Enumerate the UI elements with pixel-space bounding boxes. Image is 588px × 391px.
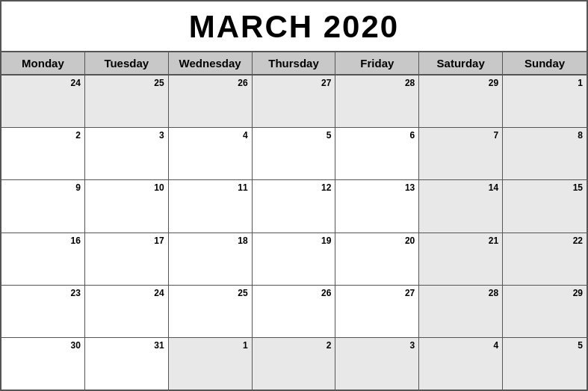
- day-header-sunday: Sunday: [503, 52, 587, 74]
- day-cell: 30: [1, 338, 85, 390]
- day-cell: 4: [169, 128, 253, 179]
- day-cell: 31: [85, 338, 169, 390]
- day-cell: 20: [335, 233, 419, 285]
- day-cell: 13: [335, 180, 419, 232]
- day-cell: 3: [335, 338, 419, 390]
- day-cell: 7: [419, 128, 503, 179]
- day-cell: 27: [253, 76, 336, 127]
- day-cell: 22: [503, 233, 587, 285]
- week-row-0: 2425262728291: [1, 76, 587, 128]
- day-cell: 11: [169, 180, 253, 232]
- day-cell: 2: [253, 338, 336, 390]
- day-cell: 28: [419, 286, 503, 337]
- day-cell: 25: [169, 286, 253, 337]
- day-cell: 16: [1, 233, 85, 285]
- weeks-container: 2425262728291234567891011121314151617181…: [1, 76, 587, 390]
- day-cell: 21: [419, 233, 503, 285]
- day-cell: 2: [1, 128, 85, 179]
- day-cell: 28: [335, 76, 419, 127]
- day-cell: 29: [503, 286, 587, 337]
- day-cell: 14: [419, 180, 503, 232]
- week-row-4: 23242526272829: [1, 286, 587, 338]
- day-cell: 1: [169, 338, 253, 390]
- day-cell: 5: [503, 338, 587, 390]
- day-header-wednesday: Wednesday: [169, 52, 253, 74]
- day-cell: 17: [85, 233, 169, 285]
- day-cell: 24: [85, 286, 169, 337]
- day-header-monday: Monday: [1, 52, 85, 74]
- day-cell: 29: [419, 76, 503, 127]
- day-header-saturday: Saturday: [419, 52, 503, 74]
- day-header-friday: Friday: [335, 52, 419, 74]
- day-cell: 19: [253, 233, 336, 285]
- day-cell: 24: [1, 76, 85, 127]
- day-cell: 25: [85, 76, 169, 127]
- week-row-2: 9101112131415: [1, 180, 587, 233]
- day-cell: 5: [253, 128, 336, 179]
- day-cell: 15: [503, 180, 587, 232]
- day-cell: 3: [85, 128, 169, 179]
- day-headers-row: MondayTuesdayWednesdayThursdayFridaySatu…: [1, 52, 587, 76]
- calendar-container: MARCH 2020 MondayTuesdayWednesdayThursda…: [0, 0, 588, 391]
- day-cell: 10: [85, 180, 169, 232]
- day-cell: 4: [419, 338, 503, 390]
- week-row-1: 2345678: [1, 128, 587, 180]
- day-cell: 1: [503, 76, 587, 127]
- day-cell: 12: [253, 180, 336, 232]
- day-cell: 26: [169, 76, 253, 127]
- day-cell: 8: [503, 128, 587, 179]
- day-cell: 9: [1, 180, 85, 232]
- day-cell: 23: [1, 286, 85, 337]
- day-cell: 18: [169, 233, 253, 285]
- day-cell: 27: [335, 286, 419, 337]
- day-cell: 6: [335, 128, 419, 179]
- week-row-5: 303112345: [1, 338, 587, 390]
- day-header-tuesday: Tuesday: [85, 52, 169, 74]
- calendar-grid: MondayTuesdayWednesdayThursdayFridaySatu…: [1, 52, 587, 390]
- day-cell: 26: [253, 286, 336, 337]
- week-row-3: 16171819202122: [1, 233, 587, 286]
- day-header-thursday: Thursday: [253, 52, 336, 74]
- calendar-title: MARCH 2020: [1, 1, 587, 52]
